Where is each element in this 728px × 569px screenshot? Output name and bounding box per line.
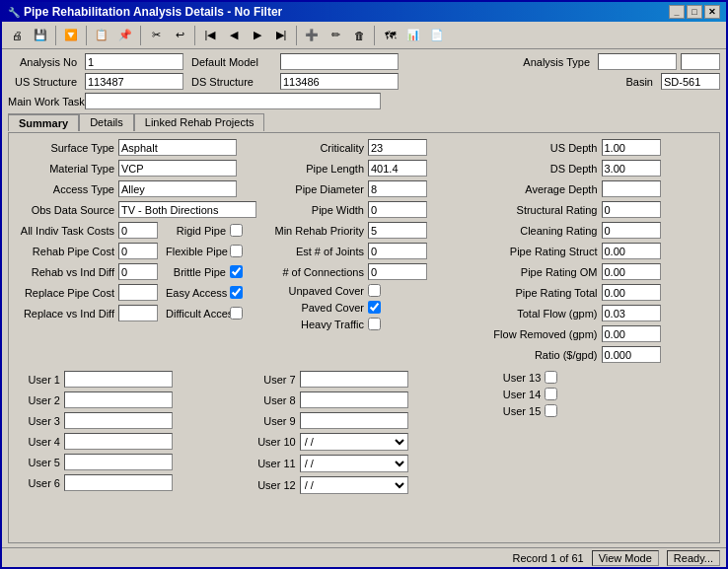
user9-input[interactable] [300, 412, 408, 429]
default-model-input[interactable] [280, 53, 399, 70]
heavy-traffic-checkbox[interactable] [368, 318, 381, 330]
flexible-pipe-checkbox[interactable] [230, 245, 243, 257]
report-button[interactable]: 📄 [426, 25, 448, 46]
analysis-no-input[interactable] [85, 53, 183, 70]
us-depth-input[interactable] [602, 139, 661, 156]
user1-input[interactable] [64, 371, 173, 388]
all-indiv-input[interactable] [118, 222, 158, 239]
tab-linked-rehab[interactable]: Linked Rehab Projects [134, 113, 265, 131]
chart-button[interactable]: 📊 [402, 25, 424, 46]
view-mode-box: View Mode [592, 550, 659, 566]
user2-row: User 2 [15, 391, 243, 408]
min-rehab-row: Min Rehab Priority [264, 222, 485, 239]
cleaning-rating-input[interactable] [602, 222, 661, 239]
flow-removed-input[interactable] [602, 325, 661, 342]
minimize-button[interactable]: _ [669, 5, 685, 19]
surface-type-input[interactable] [118, 139, 237, 156]
tab-summary[interactable]: Summary [8, 113, 79, 131]
pipe-diameter-input[interactable] [368, 180, 427, 197]
user15-checkbox[interactable] [545, 404, 557, 417]
user12-select[interactable]: / / [300, 476, 408, 494]
user6-input[interactable] [64, 474, 173, 491]
user11-select[interactable]: / / [300, 455, 408, 472]
map-button[interactable]: 🗺 [379, 25, 400, 46]
cleaning-rating-row: Cleaning Rating [493, 222, 714, 239]
flexible-pipe-label: Flexible Pipe [166, 246, 230, 257]
num-connections-label: # of Connections [264, 266, 368, 278]
pipe-width-input[interactable] [368, 201, 427, 218]
close-button[interactable]: ✕ [704, 5, 720, 19]
save-button[interactable]: 💾 [30, 25, 51, 46]
obs-data-input[interactable] [118, 201, 256, 218]
paste-button[interactable]: 📌 [114, 25, 136, 46]
add-button[interactable]: ➕ [301, 25, 323, 46]
user3-input[interactable] [64, 412, 173, 429]
avg-depth-input[interactable] [602, 180, 661, 197]
paved-cover-checkbox[interactable] [368, 301, 381, 314]
filter-button[interactable]: 🔽 [60, 25, 82, 46]
ds-structure-input[interactable] [280, 73, 399, 90]
main-work-task-input[interactable] [85, 93, 381, 109]
ds-depth-row: DS Depth [493, 160, 714, 177]
user5-input[interactable] [64, 454, 173, 470]
cut-button[interactable]: ✂ [145, 25, 167, 46]
maximize-button[interactable]: □ [687, 5, 702, 19]
brittle-pipe-label: Brittle Pipe [166, 266, 230, 278]
nav-first[interactable]: |◀ [199, 25, 221, 46]
nav-last[interactable]: ▶| [270, 25, 292, 46]
nav-next[interactable]: ▶ [247, 25, 268, 46]
basin-input[interactable] [661, 73, 720, 90]
heavy-traffic-row: Heavy Traffic [264, 318, 485, 330]
easy-access-checkbox[interactable] [230, 286, 243, 299]
criticality-input[interactable] [368, 139, 427, 156]
tab-details[interactable]: Details [79, 113, 134, 131]
user10-select[interactable]: / / [300, 433, 408, 451]
pipe-rating-total-input[interactable] [602, 284, 661, 301]
analysis-type-input[interactable] [598, 53, 677, 70]
pipe-width-row: Pipe Width [264, 201, 485, 218]
replace-pipe-cost-input[interactable] [118, 284, 158, 301]
rigid-pipe-checkbox[interactable] [230, 224, 243, 237]
analysis-type-code-input[interactable] [681, 53, 720, 70]
total-flow-input[interactable] [602, 305, 661, 321]
delete-button[interactable]: 🗑 [348, 25, 370, 46]
copy-button[interactable]: 📋 [91, 25, 112, 46]
pipe-rating-struct-input[interactable] [602, 243, 661, 259]
user6-label: User 6 [15, 477, 64, 489]
us-structure-input[interactable] [85, 73, 183, 90]
access-type-input[interactable] [118, 180, 237, 197]
nav-prev[interactable]: ◀ [223, 25, 245, 46]
rehab-pipe-cost-input[interactable] [118, 243, 158, 259]
print-button[interactable]: 🖨 [6, 25, 28, 46]
user14-checkbox[interactable] [545, 388, 557, 400]
min-rehab-input[interactable] [368, 222, 427, 239]
surface-type-label: Surface Type [15, 142, 118, 154]
user13-checkbox[interactable] [545, 371, 557, 384]
user6-row: User 6 [15, 474, 243, 491]
est-joints-input[interactable] [368, 243, 427, 259]
material-type-input[interactable] [118, 160, 237, 177]
pipe-rating-om-input[interactable] [602, 263, 661, 280]
toolbar: 🖨 💾 🔽 📋 📌 ✂ ↩ |◀ ◀ ▶ ▶| ➕ ✏ 🗑 🗺 📊 📄 [2, 22, 726, 49]
toolbar-separator5 [296, 26, 297, 45]
user8-input[interactable] [300, 391, 408, 408]
pipe-length-input[interactable] [368, 160, 427, 177]
num-connections-input[interactable] [368, 263, 427, 280]
replace-vs-ind-input[interactable] [118, 305, 158, 321]
brittle-pipe-checkbox[interactable] [230, 265, 243, 278]
user1-label: User 1 [15, 374, 64, 386]
edit-button[interactable]: ✏ [325, 25, 346, 46]
user4-input[interactable] [64, 433, 173, 450]
ready-box: Ready... [667, 550, 720, 566]
undo-button[interactable]: ↩ [169, 25, 190, 46]
user2-input[interactable] [64, 391, 173, 408]
paved-cover-row: Paved Cover [264, 301, 485, 314]
difficult-access-checkbox[interactable] [230, 307, 243, 320]
surface-type-row: Surface Type [15, 139, 256, 156]
rehab-vs-ind-input[interactable] [118, 263, 158, 280]
structural-rating-input[interactable] [602, 201, 661, 218]
user7-input[interactable] [300, 371, 408, 388]
ratio-input[interactable] [602, 346, 661, 363]
ds-depth-input[interactable] [602, 160, 661, 177]
unpaved-cover-checkbox[interactable] [368, 284, 381, 297]
